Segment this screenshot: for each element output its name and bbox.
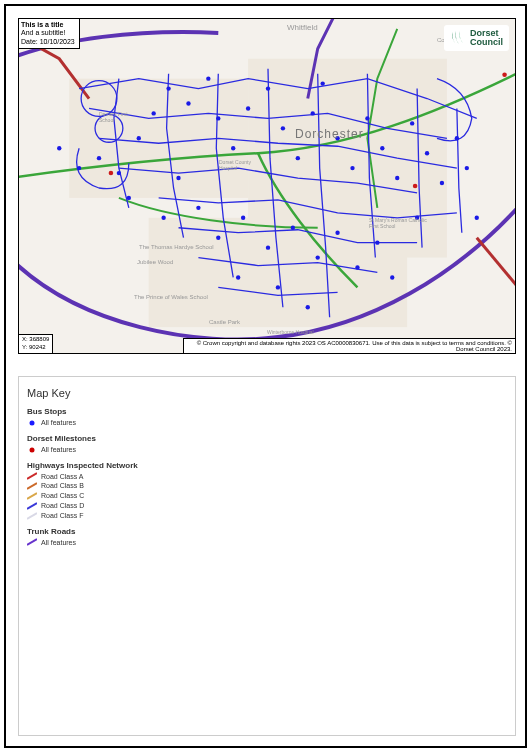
svg-point-7 <box>77 166 81 170</box>
svg-point-46 <box>236 275 240 279</box>
svg-point-36 <box>216 236 220 240</box>
legend-item-label: Road Class F <box>41 511 83 521</box>
map-panel[interactable]: Whitfield Dorchester Coker's Frome Farm … <box>18 18 516 354</box>
legend-section-heading: Trunk Roads <box>27 527 507 536</box>
svg-point-40 <box>316 255 320 259</box>
svg-point-45 <box>306 305 310 309</box>
svg-point-29 <box>425 151 429 155</box>
svg-point-17 <box>246 106 250 110</box>
legend-section-heading: Highways Inspected Network <box>27 461 507 470</box>
svg-point-14 <box>206 76 210 80</box>
coord-y: Y: 90242 <box>22 344 49 352</box>
legend-title: Map Key <box>27 387 507 399</box>
svg-point-52 <box>413 184 418 189</box>
svg-point-8 <box>97 156 101 160</box>
legend-panel: Map Key Bus StopsAll featuresDorset Mile… <box>18 376 516 736</box>
svg-line-60 <box>27 513 37 519</box>
svg-point-16 <box>231 146 235 150</box>
line-icon <box>27 482 37 490</box>
coord-box: X: 368809 Y: 90242 <box>19 334 53 353</box>
map-date: Date: 10/10/2023 <box>21 38 75 46</box>
coord-x: X: 368809 <box>22 336 49 344</box>
legend-item: Road Class F <box>27 511 507 521</box>
svg-point-35 <box>196 206 200 210</box>
line-icon <box>27 512 37 520</box>
svg-point-54 <box>30 420 35 425</box>
svg-point-38 <box>266 245 270 249</box>
legend-item-label: All features <box>41 445 76 455</box>
svg-point-11 <box>151 111 155 115</box>
svg-point-39 <box>291 226 295 230</box>
legend-item-label: All features <box>41 418 76 428</box>
legend-item: Road Class B <box>27 481 507 491</box>
svg-point-24 <box>350 166 354 170</box>
dorset-logo-icon <box>450 30 466 46</box>
svg-point-37 <box>241 216 245 220</box>
svg-point-25 <box>365 116 369 120</box>
svg-line-56 <box>27 473 37 479</box>
svg-point-42 <box>355 265 359 269</box>
svg-point-34 <box>176 176 180 180</box>
svg-rect-3 <box>149 218 407 327</box>
svg-point-43 <box>375 240 379 244</box>
dot-icon <box>27 446 37 454</box>
svg-point-20 <box>296 156 300 160</box>
svg-point-33 <box>475 216 479 220</box>
legend-item-label: Road Class C <box>41 491 84 501</box>
svg-line-61 <box>27 539 37 545</box>
map-title: This is a title <box>21 21 75 29</box>
line-icon <box>27 502 37 510</box>
dot-icon <box>27 419 37 427</box>
svg-point-48 <box>415 216 419 220</box>
svg-point-27 <box>395 176 399 180</box>
svg-point-13 <box>186 101 190 105</box>
svg-point-32 <box>465 166 469 170</box>
svg-point-50 <box>127 196 131 200</box>
svg-line-59 <box>27 503 37 509</box>
logo-box: Dorset Council <box>444 25 509 51</box>
svg-point-41 <box>335 231 339 235</box>
svg-point-30 <box>440 181 444 185</box>
svg-point-49 <box>161 216 165 220</box>
svg-point-53 <box>502 72 507 77</box>
legend-item-label: All features <box>41 538 76 548</box>
line-icon <box>27 492 37 500</box>
line-icon <box>27 538 37 546</box>
legend-item: All features <box>27 445 507 455</box>
legend-sections: Bus StopsAll featuresDorset MilestonesAl… <box>27 407 507 547</box>
legend-item-label: Road Class A <box>41 472 83 482</box>
svg-point-6 <box>57 146 61 150</box>
svg-point-26 <box>380 146 384 150</box>
legend-item: Road Class D <box>27 501 507 511</box>
svg-point-18 <box>266 86 270 90</box>
legend-section-heading: Bus Stops <box>27 407 507 416</box>
map-title-box: This is a title And a subtitle! Date: 10… <box>19 19 80 49</box>
svg-point-21 <box>311 111 315 115</box>
legend-item-label: Road Class B <box>41 481 84 491</box>
map-subtitle: And a subtitle! <box>21 29 75 37</box>
legend-item-label: Road Class D <box>41 501 84 511</box>
legend-item: Road Class A <box>27 472 507 482</box>
copyright-box: © Crown copyright and database rights 20… <box>183 338 515 353</box>
svg-point-55 <box>30 447 35 452</box>
svg-point-44 <box>276 285 280 289</box>
map-canvas <box>19 19 515 353</box>
logo-text: Dorset Council <box>470 29 503 47</box>
svg-line-58 <box>27 493 37 499</box>
svg-point-19 <box>281 126 285 130</box>
legend-item: All features <box>27 538 507 548</box>
svg-point-31 <box>455 136 459 140</box>
svg-point-28 <box>410 121 414 125</box>
svg-point-22 <box>320 81 324 85</box>
svg-point-15 <box>216 116 220 120</box>
svg-point-23 <box>335 136 339 140</box>
svg-point-51 <box>109 171 114 176</box>
legend-item: All features <box>27 418 507 428</box>
page-frame: Whitfield Dorchester Coker's Frome Farm … <box>4 4 527 748</box>
line-icon <box>27 472 37 480</box>
svg-point-9 <box>117 171 121 175</box>
svg-point-47 <box>390 275 394 279</box>
svg-point-12 <box>166 86 170 90</box>
legend-section-heading: Dorset Milestones <box>27 434 507 443</box>
legend-item: Road Class C <box>27 491 507 501</box>
